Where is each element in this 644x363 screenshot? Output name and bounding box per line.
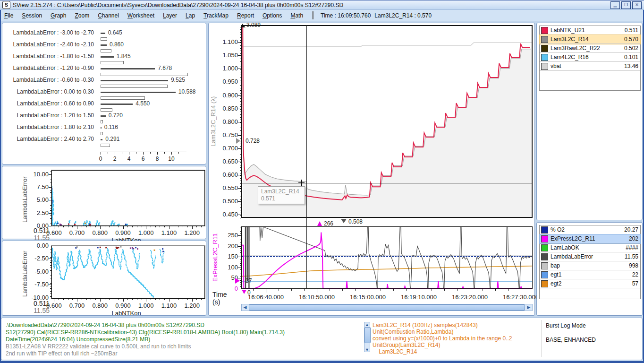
- x-axis-tick: [143, 152, 144, 155]
- y-axis-minor-tick: [240, 101, 241, 102]
- tooltip-channel-name: Lam3L2C_R14: [261, 188, 302, 195]
- title-bar[interactable]: S SView 2.15.274 : C:\Users\Public\Docum…: [0, 0, 644, 10]
- x-axis-tick-label: 0.900: [112, 302, 135, 309]
- channel-row-lam3l2c-r14[interactable]: Lam3L2C_R140.570: [540, 35, 640, 44]
- y-axis-minor-tick: [240, 238, 241, 238]
- channel-row-expressl2c-r11[interactable]: ExPressL2C_R11202: [540, 234, 640, 243]
- scroll-up-arrow-icon[interactable]: ▲: [364, 322, 370, 327]
- menu-session[interactable]: Session: [17, 11, 46, 20]
- x-axis-minor-tick: [63, 226, 64, 227]
- y-axis-minor-tick: [240, 29, 241, 30]
- menu-trackmap[interactable]: TrackMap: [199, 11, 233, 20]
- channel-color-swatch: [541, 45, 548, 52]
- channel-row-egt1[interactable]: egt122: [540, 270, 640, 279]
- window-title: SView 2.15.274 : C:\Users\Public\Documen…: [13, 2, 608, 9]
- y-axis-minor-tick: [240, 93, 241, 94]
- channel-row--o2[interactable]: % O220.27: [540, 225, 640, 234]
- express-bottom-marker-icon: [242, 290, 246, 294]
- y-axis-minor-tick: [240, 157, 241, 157]
- histogram-bar-secondary: [101, 144, 110, 147]
- express-left-marker-value: 37: [246, 277, 252, 284]
- log-file-info-line: DateTime(2024\9\24 16:04) UncompressedSi…: [6, 336, 150, 343]
- y-axis-tick-label: 0.550: [217, 184, 238, 191]
- time-cursor-line[interactable]: [306, 25, 307, 289]
- menu-report[interactable]: Report: [233, 11, 258, 20]
- time-axis-minor-tick: [381, 289, 381, 291]
- channel-row-lam4l2c-r16[interactable]: Lam4L2C_R160.101: [540, 53, 640, 62]
- y-axis-minor-tick: [240, 189, 241, 189]
- channel-name: ExPressL2C_R11: [551, 235, 629, 242]
- histogram-row-label: LambdaLabError : -1.80 to -1.50: [3, 53, 94, 60]
- x-axis-minor-tick: [63, 299, 64, 300]
- menu-worksheet[interactable]: Worksheet: [123, 11, 159, 20]
- y-axis-minor-tick: [50, 288, 51, 289]
- menu-lap[interactable]: Lap: [181, 11, 199, 20]
- x-axis-minor-tick: [160, 299, 160, 300]
- channel-color-swatch: [541, 54, 548, 61]
- channel-row-lambdalaberror[interactable]: LambdaLabError11.55: [540, 252, 640, 261]
- histogram-row-label: LambdaLabError : 2.40 to 2.70: [3, 136, 94, 142]
- y-axis-tick-label: 150: [217, 253, 238, 260]
- x-axis-minor-tick: [174, 226, 174, 227]
- channel-row-lamlabok[interactable]: LamLabOK####: [540, 243, 640, 252]
- y-axis-minor-tick: [240, 186, 241, 187]
- menu-layer[interactable]: Layer: [159, 11, 181, 20]
- time-graph-panel[interactable]: 1.1001.0501.0000.9500.9000.8500.8000.750…: [208, 23, 535, 316]
- x-axis-minor-tick: [142, 299, 142, 300]
- scroll-right-arrow-icon[interactable]: ▶: [526, 304, 532, 311]
- y-axis-minor-tick: [240, 170, 241, 171]
- y-axis-label: ExPressL2C_R11: [212, 225, 219, 291]
- x-axis-minor-tick: [82, 226, 82, 227]
- minimize-button[interactable]: ▁: [610, 1, 620, 9]
- histogram-bar-value: 0.645: [108, 29, 122, 36]
- channel-row-labntk-u21[interactable]: LabNTK_U210.511: [540, 26, 640, 35]
- y-axis-minor-tick: [240, 48, 241, 49]
- histogram-bar: [101, 80, 168, 81]
- log-mode-value: BASE, ENHANCED: [546, 337, 596, 343]
- menu-file[interactable]: File: [0, 11, 17, 20]
- menu-channel[interactable]: Channel: [93, 11, 123, 20]
- menu-options[interactable]: Options: [258, 11, 286, 20]
- lambda-error-histogram-panel[interactable]: LambdaLabError : -3.00 to -2.700.645Lamb…: [2, 23, 206, 164]
- y-axis-minor-tick: [50, 268, 51, 268]
- y-axis-minor-tick: [240, 285, 241, 285]
- x-axis-minor-tick: [95, 299, 96, 300]
- y-axis-minor-tick: [240, 112, 241, 112]
- menu-items: FileSessionGraphZoomChannelWorksheetLaye…: [0, 11, 307, 20]
- channel-value: 0.570: [624, 36, 638, 43]
- menu-math[interactable]: Math: [286, 11, 307, 20]
- y-axis-minor-tick: [50, 265, 51, 266]
- x-axis-tick-label: 6: [139, 156, 147, 162]
- menu-graph[interactable]: Graph: [46, 11, 70, 20]
- y-axis-tick-label: 0.500: [217, 198, 238, 205]
- y-axis-minor-tick: [50, 208, 51, 208]
- time-scrollbar-thumb[interactable]: [249, 304, 525, 311]
- channel-row-lam3rawl2c-r22[interactable]: Lam3RawL2C_R220.502: [540, 44, 640, 53]
- value-cursor-line[interactable]: [241, 183, 533, 183]
- x-axis-minor-tick: [132, 299, 133, 300]
- menu-zoom[interactable]: Zoom: [70, 11, 93, 20]
- scroll-down-arrow-icon[interactable]: ▼: [364, 347, 370, 352]
- y-axis-minor-tick: [240, 278, 241, 278]
- y-axis-tick-label: 0.750: [217, 131, 238, 138]
- channel-info-scrollbar-thumb[interactable]: [364, 327, 371, 343]
- channel-row-egt2[interactable]: egt257: [540, 279, 640, 288]
- channel-row-bap[interactable]: bap998: [540, 261, 640, 270]
- channel-info-line: UnitGroup(Lam3L2C_R14): [373, 342, 440, 348]
- scroll-left-arrow-icon[interactable]: ◀: [242, 304, 248, 311]
- lambda-error-scatter-positive-panel[interactable]: LambdaLabError10.007.505.002.500.000.600…: [2, 166, 206, 239]
- histogram-bar-value: 0.860: [110, 41, 124, 48]
- x-axis-minor-tick: [123, 299, 124, 300]
- histogram-bar-secondary: [101, 73, 188, 76]
- left-marker-value: 0.728: [246, 138, 260, 144]
- channel-row-vbat[interactable]: vbat13.46: [540, 62, 640, 71]
- histogram-x-axis: [101, 152, 186, 152]
- histogram-bar-value: 1.845: [117, 53, 131, 60]
- restore-button[interactable]: ❐: [621, 1, 631, 9]
- log-file-info-line: S12(27290) Cal(RICESP-RR286-NTKcalibrati…: [6, 329, 285, 336]
- histogram-bar-secondary: [101, 61, 124, 64]
- channel-name: Lam3RawL2C_R22: [551, 45, 624, 52]
- lambda-error-scatter-negative-panel[interactable]: LambdaLabError0.00-2.50-5.00-7.50-10.000…: [2, 241, 206, 316]
- y-axis-minor-tick: [240, 88, 241, 88]
- close-button[interactable]: ✕: [632, 1, 642, 9]
